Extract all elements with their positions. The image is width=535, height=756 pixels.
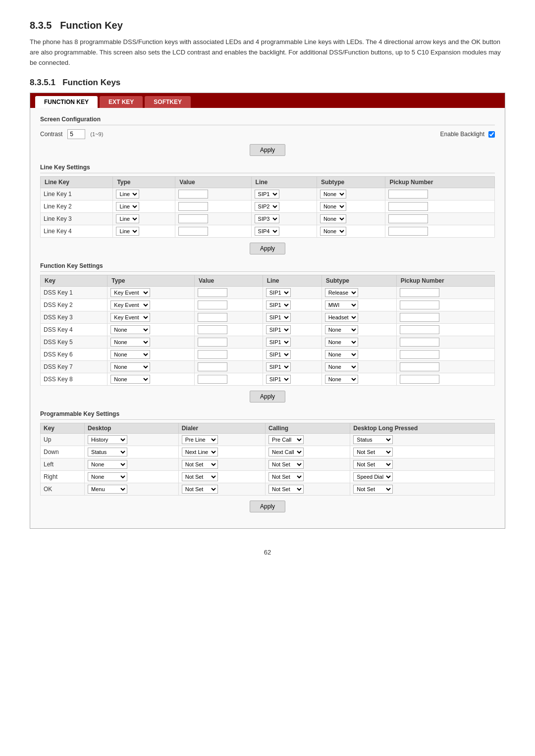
fk-line-select[interactable]: SIP1SIP2SIP3SIP4 [266,313,291,322]
function-key-apply-button[interactable]: Apply [250,391,285,403]
fk-value-input[interactable] [198,288,227,297]
fk-pickup-input[interactable] [400,325,439,334]
pk-long-pressed-cell: StatusNot SetSpeed DialNone [350,434,495,446]
line-key-apply-button[interactable]: Apply [250,243,285,254]
pk-calling-select[interactable]: Pre CallNext CallNot SetNone [268,472,304,481]
fk-line-select[interactable]: SIP1SIP2SIP3SIP4 [266,362,291,371]
pk-desktop-select[interactable]: HistoryStatusNoneMenuSpeed DialNot Set [88,472,127,481]
screen-config-apply-button[interactable]: Apply [250,144,285,156]
fk-subtype-select[interactable]: ReleaseMWIHeadsetNone [325,375,358,384]
pk-calling-cell: Pre CallNext CallNot SetNone [266,446,350,458]
pk-long-pressed-select[interactable]: StatusNot SetSpeed DialNone [353,472,393,481]
pk-dialer-select[interactable]: Pre LineNext LineNot SetHistoryStatusNon… [182,485,218,494]
fk-type-select[interactable]: Key EventNoneLineSpeed DialBLFTransfer [110,313,150,322]
fk-pickup-input[interactable] [400,288,439,297]
lk-subtype-select[interactable]: None [320,202,346,211]
lk-pickup-input[interactable] [388,214,428,223]
pk-dialer-select[interactable]: Pre LineNext LineNot SetHistoryStatusNon… [182,472,218,481]
fk-subtype-select[interactable]: ReleaseMWIHeadsetNone [325,362,358,371]
fk-type-select[interactable]: Key EventNoneLineSpeed DialBLFTransfer [110,338,150,347]
fk-pickup-cell [396,299,494,311]
lk-subtype-cell: None [317,188,385,201]
lk-key-name: Line Key 1 [41,188,113,201]
pk-calling-select[interactable]: Pre CallNext CallNot SetNone [268,435,304,444]
tab-softkey[interactable]: SOFTKEY [145,96,191,108]
lk-pickup-input[interactable] [388,227,428,236]
lk-type-select[interactable]: Line [116,190,139,199]
lk-line-select[interactable]: SIP1SIP2SIP3SIP4 [255,202,279,211]
fk-line-select[interactable]: SIP1SIP2SIP3SIP4 [266,301,291,309]
fk-subtype-select[interactable]: ReleaseMWIHeadsetNone [325,325,358,334]
screen-config-header: Screen Configuration [40,116,495,125]
fk-subtype-select[interactable]: ReleaseMWIHeadsetNone [325,313,358,322]
pk-dialer-select[interactable]: Pre LineNext LineNot SetHistoryStatusNon… [182,448,218,456]
fk-pickup-input[interactable] [400,375,439,384]
pk-long-pressed-select[interactable]: StatusNot SetSpeed DialNone [353,435,393,444]
lk-type-select[interactable]: Line [116,202,139,211]
lk-subtype-select[interactable]: None [320,214,346,223]
fk-line-select[interactable]: SIP1SIP2SIP3SIP4 [266,338,291,347]
lk-subtype-select[interactable]: None [320,190,346,199]
lk-type-select[interactable]: Line [116,227,139,236]
lk-value-input[interactable] [178,190,208,199]
fk-line-cell: SIP1SIP2SIP3SIP4 [263,349,321,361]
pk-long-pressed-select[interactable]: StatusNot SetSpeed DialNone [353,485,393,494]
tab-function-key[interactable]: FUNCTION KEY [35,96,98,108]
lk-line-select[interactable]: SIP1SIP2SIP3SIP4 [255,214,279,223]
fk-subtype-select[interactable]: ReleaseMWIHeadsetNone [325,301,358,309]
lk-value-input[interactable] [178,214,208,223]
fk-value-input[interactable] [198,362,227,371]
fk-value-input[interactable] [198,338,227,347]
pk-long-pressed-select[interactable]: StatusNot SetSpeed DialNone [353,460,393,469]
fk-pickup-input[interactable] [400,301,439,309]
pk-long-pressed-select[interactable]: StatusNot SetSpeed DialNone [353,448,393,456]
pk-calling-select[interactable]: Pre CallNext CallNot SetNone [268,460,304,469]
fk-line-select[interactable]: SIP1SIP2SIP3SIP4 [266,325,291,334]
lk-value-input[interactable] [178,227,208,236]
fk-subtype-select[interactable]: ReleaseMWIHeadsetNone [325,338,358,347]
fk-value-input[interactable] [198,350,227,359]
pk-dialer-select[interactable]: Pre LineNext LineNot SetHistoryStatusNon… [182,460,218,469]
fk-value-input[interactable] [198,313,227,322]
fk-pickup-input[interactable] [400,313,439,322]
fk-subtype-cell: ReleaseMWIHeadsetNone [321,361,396,373]
fk-line-select[interactable]: SIP1SIP2SIP3SIP4 [266,350,291,359]
fk-pickup-input[interactable] [400,362,439,371]
fk-value-input[interactable] [198,325,227,334]
pk-dialer-select[interactable]: Pre LineNext LineNot SetHistoryStatusNon… [182,435,218,444]
pk-desktop-select[interactable]: HistoryStatusNoneMenuSpeed DialNot Set [88,435,127,444]
pk-desktop-select[interactable]: HistoryStatusNoneMenuSpeed DialNot Set [88,485,127,494]
fk-type-select[interactable]: Key EventNoneLineSpeed DialBLFTransfer [110,325,150,334]
pk-desktop-select[interactable]: HistoryStatusNoneMenuSpeed DialNot Set [88,448,127,456]
fk-value-input[interactable] [198,301,227,309]
fk-subtype-select[interactable]: ReleaseMWIHeadsetNone [325,288,358,297]
fk-pickup-input[interactable] [400,338,439,347]
pk-calling-select[interactable]: Pre CallNext CallNot SetNone [268,485,304,494]
fk-line-select[interactable]: SIP1SIP2SIP3SIP4 [266,375,291,384]
fk-type-select[interactable]: Key EventNoneLineSpeed DialBLFTransfer [110,288,150,297]
prog-key-apply-button[interactable]: Apply [250,501,285,512]
lk-subtype-select[interactable]: None [320,227,346,236]
fk-type-select[interactable]: Key EventNoneLineSpeed DialBLFTransfer [110,301,150,309]
lk-type-select[interactable]: Line [116,214,139,223]
fk-type-select[interactable]: Key EventNoneLineSpeed DialBLFTransfer [110,362,150,371]
contrast-input[interactable] [67,129,85,139]
lk-value-cell [175,213,251,225]
fk-type-select[interactable]: Key EventNoneLineSpeed DialBLFTransfer [110,375,150,384]
fk-line-select[interactable]: SIP1SIP2SIP3SIP4 [266,288,291,297]
fk-type-cell: Key EventNoneLineSpeed DialBLFTransfer [107,336,195,349]
backlight-checkbox[interactable] [488,131,495,138]
lk-value-input[interactable] [178,202,208,211]
fk-type-select[interactable]: Key EventNoneLineSpeed DialBLFTransfer [110,350,150,359]
lk-line-select[interactable]: SIP1SIP2SIP3SIP4 [255,190,279,199]
fk-subtype-select[interactable]: ReleaseMWIHeadsetNone [325,350,358,359]
tab-ext-key[interactable]: EXT KEY [100,96,143,108]
lk-pickup-input[interactable] [388,190,428,199]
fk-value-input[interactable] [198,375,227,384]
fk-key-name: DSS Key 8 [41,373,107,386]
lk-line-select[interactable]: SIP1SIP2SIP3SIP4 [255,227,279,236]
pk-calling-select[interactable]: Pre CallNext CallNot SetNone [268,448,304,456]
fk-pickup-input[interactable] [400,350,439,359]
pk-desktop-select[interactable]: HistoryStatusNoneMenuSpeed DialNot Set [88,460,127,469]
lk-pickup-input[interactable] [388,202,428,211]
